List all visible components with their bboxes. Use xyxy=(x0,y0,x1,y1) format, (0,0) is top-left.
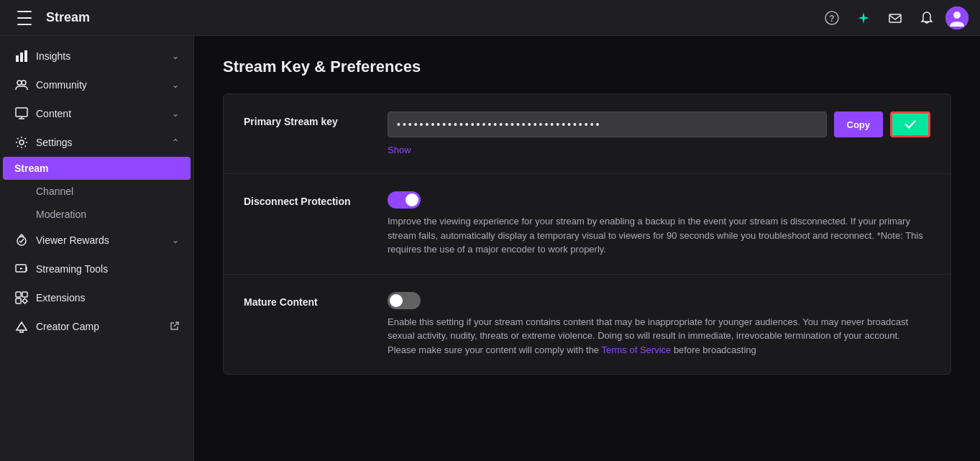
stream-key-input-row: Copy xyxy=(388,111,930,137)
sidebar-sub-label-stream: Stream xyxy=(14,163,179,174)
topbar-right: ? xyxy=(819,5,968,31)
svg-point-4 xyxy=(953,12,961,19)
bell-icon xyxy=(920,11,934,25)
content-area: Stream Key & Preferences Primary Stream … xyxy=(194,36,980,461)
mature-content-row: Mature Content Enable this setting if yo… xyxy=(224,275,951,375)
sidebar-item-label-streaming-tools: Streaming Tools xyxy=(36,263,179,275)
chevron-up-icon: ⌃ xyxy=(172,137,179,147)
user-avatar-button[interactable] xyxy=(945,6,968,29)
sidebar-item-label-community: Community xyxy=(36,79,172,91)
stream-key-row: Primary Stream key Copy Show xyxy=(224,94,951,174)
notifications-button[interactable] xyxy=(914,5,940,31)
sidebar-item-insights[interactable]: Insights ⌄ xyxy=(3,42,191,70)
disconnect-protection-desc: Improve the viewing experience for your … xyxy=(388,214,930,257)
sidebar-item-moderation[interactable]: Moderation xyxy=(3,203,191,226)
topbar-title: Stream xyxy=(46,10,90,25)
insights-icon xyxy=(14,49,29,63)
creator-camp-icon xyxy=(14,319,29,334)
main-layout: Insights ⌄ Community ⌄ xyxy=(0,36,980,461)
page-title: Stream Key & Preferences xyxy=(223,58,951,76)
stream-key-control: Copy Show xyxy=(388,111,930,156)
stream-key-label: Primary Stream key xyxy=(244,111,388,127)
show-key-link[interactable]: Show xyxy=(388,145,411,155)
external-link-icon xyxy=(170,321,179,332)
svg-rect-6 xyxy=(20,53,23,62)
chevron-down-icon: ⌄ xyxy=(172,235,179,245)
sidebar-item-label-content: Content xyxy=(36,108,172,119)
sparkle-button[interactable] xyxy=(851,5,876,31)
mail-icon xyxy=(888,11,902,25)
sidebar-sub-label-moderation: Moderation xyxy=(36,209,86,220)
copy-button[interactable]: Copy xyxy=(834,111,884,137)
mature-content-toggle[interactable] xyxy=(388,292,421,309)
sidebar-item-community[interactable]: Community ⌄ xyxy=(3,70,191,99)
sidebar-item-settings[interactable]: Settings ⌃ xyxy=(3,128,191,157)
tos-link[interactable]: Terms of Service xyxy=(601,344,671,355)
extensions-icon xyxy=(14,291,29,305)
checkmark-icon xyxy=(903,117,917,132)
sidebar-item-content[interactable]: Content ⌄ xyxy=(3,99,191,128)
mature-content-control: Enable this setting if your stream conta… xyxy=(388,292,930,357)
svg-rect-10 xyxy=(16,108,27,117)
sidebar-item-label-extensions: Extensions xyxy=(36,292,179,303)
help-icon: ? xyxy=(825,11,839,25)
disconnect-protection-control: Improve the viewing experience for your … xyxy=(388,191,930,257)
sidebar-item-label-viewer-rewards: Viewer Rewards xyxy=(36,234,172,246)
mature-toggle-wrapper xyxy=(388,292,930,309)
help-button[interactable]: ? xyxy=(819,5,845,31)
topbar: Stream ? xyxy=(0,0,980,36)
sidebar-item-stream[interactable]: Stream xyxy=(3,157,191,180)
disconnect-protection-label: Disconnect Protection xyxy=(244,191,388,207)
avatar-icon xyxy=(945,6,968,29)
svg-rect-2 xyxy=(889,14,901,22)
hamburger-icon xyxy=(17,11,32,25)
svg-text:?: ? xyxy=(829,14,834,24)
disconnect-toggle-wrapper xyxy=(388,191,930,209)
svg-point-9 xyxy=(22,81,26,85)
toggle-slider xyxy=(388,191,421,209)
sparkle-icon xyxy=(856,11,871,25)
chevron-down-icon: ⌄ xyxy=(172,109,179,119)
community-icon xyxy=(14,78,29,92)
sidebar-item-label-insights: Insights xyxy=(36,50,172,62)
svg-point-11 xyxy=(19,140,24,145)
hamburger-button[interactable] xyxy=(12,5,37,31)
mature-content-desc: Enable this setting if your stream conta… xyxy=(388,315,930,357)
topbar-left: Stream xyxy=(12,5,90,31)
svg-rect-7 xyxy=(24,50,27,62)
sidebar-item-channel[interactable]: Channel xyxy=(3,180,191,203)
viewer-rewards-icon xyxy=(14,233,29,247)
sidebar-item-label-settings: Settings xyxy=(36,137,172,148)
svg-rect-16 xyxy=(16,298,21,303)
svg-rect-15 xyxy=(22,292,27,297)
svg-rect-14 xyxy=(16,292,21,297)
sidebar-item-extensions[interactable]: Extensions xyxy=(3,283,191,312)
chevron-down-icon: ⌄ xyxy=(172,51,179,61)
sidebar-item-creator-camp[interactable]: Creator Camp xyxy=(3,312,191,341)
chevron-down-icon: ⌄ xyxy=(172,80,179,90)
disconnect-protection-row: Disconnect Protection Improve the viewin… xyxy=(224,174,951,275)
svg-point-8 xyxy=(17,81,22,85)
confirm-button[interactable] xyxy=(890,111,930,137)
sidebar-sub-label-channel: Channel xyxy=(36,186,73,197)
sidebar: Insights ⌄ Community ⌄ xyxy=(0,36,194,461)
sidebar-item-streaming-tools[interactable]: Streaming Tools xyxy=(3,255,191,283)
settings-card: Primary Stream key Copy Show xyxy=(223,93,951,375)
stream-key-input[interactable] xyxy=(388,111,827,137)
mail-button[interactable] xyxy=(882,5,908,31)
sidebar-item-label-creator-camp: Creator Camp xyxy=(36,321,166,332)
svg-rect-5 xyxy=(16,55,19,62)
settings-icon xyxy=(14,135,29,150)
content-icon xyxy=(14,106,29,121)
disconnect-protection-toggle[interactable] xyxy=(388,191,421,209)
mature-content-desc-part2: before broadcasting xyxy=(671,344,756,355)
sidebar-item-viewer-rewards[interactable]: Viewer Rewards ⌄ xyxy=(3,226,191,255)
mature-content-label: Mature Content xyxy=(244,292,388,308)
streaming-tools-icon xyxy=(14,262,29,276)
toggle-slider xyxy=(388,292,421,309)
